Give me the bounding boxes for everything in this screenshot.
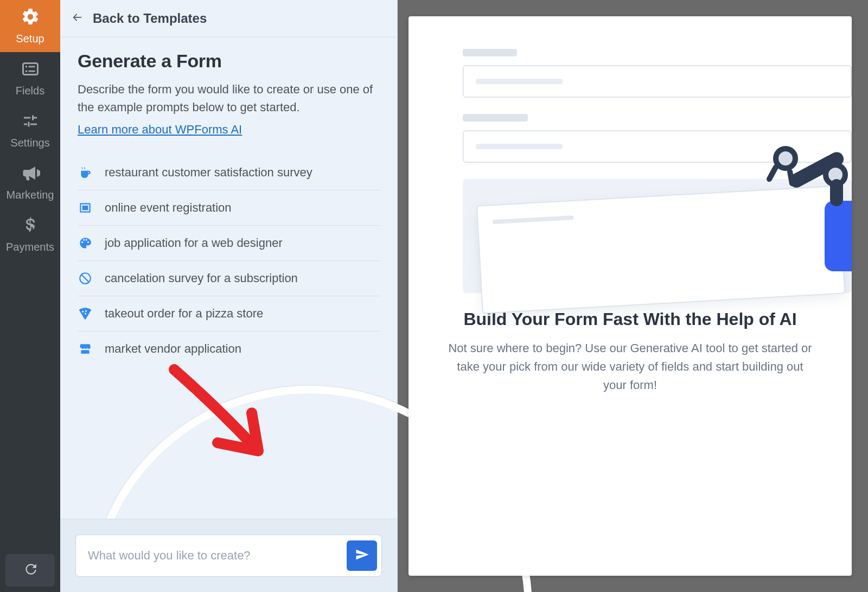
prompt-item-pizza[interactable]: takeout order for a pizza store bbox=[78, 296, 380, 332]
skeleton-field bbox=[463, 65, 852, 98]
prompt-text: restaurant customer satisfaction survey bbox=[105, 165, 312, 180]
svg-point-1 bbox=[25, 66, 27, 68]
paper-plane-icon bbox=[354, 547, 369, 564]
nav-item-settings[interactable]: Settings bbox=[0, 104, 60, 156]
prompt-item-event[interactable]: online event registration bbox=[78, 190, 380, 226]
nav-item-payments[interactable]: Payments bbox=[0, 208, 60, 260]
prompt-strip bbox=[60, 519, 397, 592]
prompt-item-survey[interactable]: restaurant customer satisfaction survey bbox=[78, 155, 380, 190]
preview-area: Build Your Form Fast With the Help of AI… bbox=[398, 0, 868, 592]
bullhorn-icon bbox=[21, 163, 40, 186]
back-to-templates[interactable]: Back to Templates bbox=[60, 0, 397, 37]
nav-label: Fields bbox=[16, 85, 44, 97]
generator-body: Generate a Form Describe the form you wo… bbox=[60, 37, 397, 379]
history-icon bbox=[23, 562, 37, 578]
generator-panel: Back to Templates Generate a Form Descri… bbox=[60, 0, 398, 592]
nav-label: Marketing bbox=[7, 189, 54, 201]
prompt-text: cancelation survey for a subscription bbox=[105, 271, 298, 285]
back-label: Back to Templates bbox=[93, 11, 207, 26]
nav-label: Payments bbox=[6, 241, 54, 253]
store-icon bbox=[78, 341, 93, 357]
display-icon bbox=[78, 200, 93, 215]
prompt-text: job application for a web designer bbox=[105, 236, 283, 250]
list-icon bbox=[21, 59, 40, 81]
prompt-text: takeout order for a pizza store bbox=[105, 307, 263, 321]
nav-spacer bbox=[0, 260, 60, 549]
prompt-text: online event registration bbox=[105, 201, 232, 215]
prompt-item-vendor[interactable]: market vendor application bbox=[78, 332, 380, 366]
svg-point-3 bbox=[25, 70, 27, 72]
send-button[interactable] bbox=[347, 540, 377, 571]
generator-description: Describe the form you would like to crea… bbox=[78, 80, 380, 116]
builder-vertical-nav: Setup Fields Settings Marketing Payments bbox=[0, 0, 60, 592]
preview-card: Build Your Form Fast With the Help of AI… bbox=[409, 16, 852, 576]
preview-description: Not sure where to begin? Use our Generat… bbox=[441, 339, 819, 394]
nav-item-setup[interactable]: Setup bbox=[0, 0, 60, 52]
nav-item-fields[interactable]: Fields bbox=[0, 52, 60, 104]
palette-icon bbox=[78, 235, 93, 251]
dollar-icon bbox=[21, 215, 40, 238]
nav-label: Setup bbox=[16, 33, 44, 45]
prompt-item-job[interactable]: job application for a web designer bbox=[78, 226, 380, 261]
prompt-box bbox=[75, 534, 382, 577]
gear-icon bbox=[21, 7, 40, 29]
sliders-icon bbox=[21, 111, 40, 133]
pizza-icon bbox=[78, 306, 93, 321]
arrow-left-icon bbox=[71, 11, 83, 26]
skeleton-field bbox=[463, 130, 852, 163]
example-prompts-list: restaurant customer satisfaction survey … bbox=[78, 155, 380, 366]
app-root: Setup Fields Settings Marketing Payments bbox=[0, 0, 868, 592]
learn-more-link[interactable]: Learn more about WPForms AI bbox=[78, 123, 242, 137]
prompt-text: market vendor application bbox=[105, 342, 241, 356]
skeleton-textarea-bg bbox=[463, 179, 852, 293]
preview-illustration bbox=[463, 49, 852, 277]
ban-icon bbox=[78, 271, 93, 286]
svg-rect-2 bbox=[28, 66, 35, 67]
svg-rect-4 bbox=[28, 71, 35, 72]
prompt-input[interactable] bbox=[88, 549, 347, 563]
nav-item-marketing[interactable]: Marketing bbox=[0, 156, 60, 208]
generator-title-row: Generate a Form bbox=[78, 50, 380, 72]
prompt-item-cancel[interactable]: cancelation survey for a subscription bbox=[78, 261, 380, 296]
skeleton-label bbox=[463, 114, 528, 122]
cup-icon bbox=[78, 165, 93, 180]
nav-history-button[interactable] bbox=[5, 554, 55, 587]
generator-title: Generate a Form bbox=[78, 50, 222, 72]
skeleton-label bbox=[463, 49, 517, 56]
skeleton-card bbox=[476, 185, 845, 314]
nav-label: Settings bbox=[10, 137, 49, 149]
